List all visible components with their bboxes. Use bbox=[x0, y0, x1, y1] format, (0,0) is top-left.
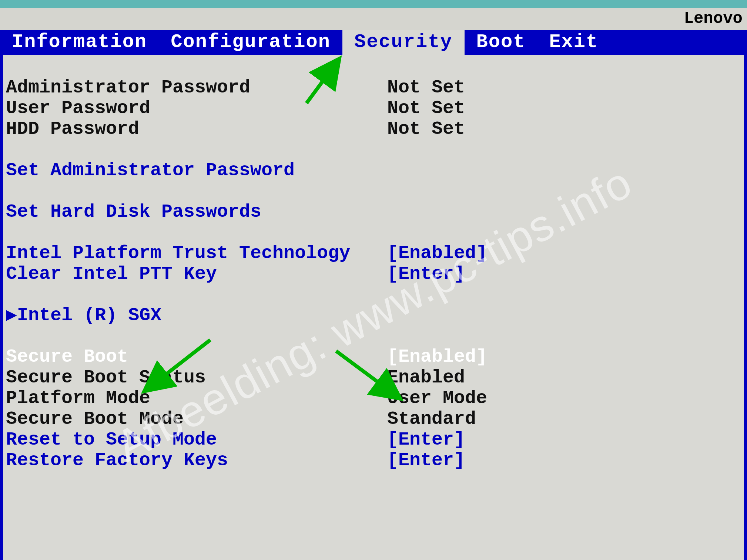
setting-label: Intel Platform Trust Technology bbox=[6, 243, 387, 264]
setting-value: Not Set bbox=[387, 98, 744, 119]
setting-label: Platform Mode bbox=[6, 388, 387, 409]
setting-row-hdd-password: HDD PasswordNot Set bbox=[3, 119, 744, 139]
tab-information[interactable]: Information bbox=[0, 30, 159, 55]
setting-label: HDD Password bbox=[6, 119, 387, 139]
setting-row-clear-intel-ptt-key[interactable]: Clear Intel PTT Key[Enter] bbox=[3, 264, 744, 284]
setting-row-intel-platform-trust-technology[interactable]: Intel Platform Trust Technology[Enabled] bbox=[3, 243, 744, 264]
bios-security-panel: Administrator PasswordNot Set User Passw… bbox=[0, 55, 747, 560]
setting-value[interactable]: [Enter] bbox=[387, 429, 744, 450]
setting-label: Set Hard Disk Passwords bbox=[6, 202, 387, 222]
setting-row-reset-to-setup-mode[interactable]: Reset to Setup Mode[Enter] bbox=[3, 429, 744, 450]
setting-label: Secure Boot Mode bbox=[6, 409, 387, 429]
setting-row-set-hard-disk-passwords[interactable]: Set Hard Disk Passwords bbox=[3, 202, 744, 222]
setting-value: User Mode bbox=[387, 388, 744, 409]
setting-value[interactable]: [Enabled] bbox=[387, 347, 744, 367]
setting-label: Clear Intel PTT Key bbox=[6, 264, 387, 284]
setting-label: Set Administrator Password bbox=[6, 160, 387, 181]
row-spacer bbox=[3, 222, 744, 243]
setting-value: Standard bbox=[387, 409, 744, 429]
setting-label: User Password bbox=[6, 98, 387, 119]
setting-row-platform-mode: Platform ModeUser Mode bbox=[3, 388, 744, 409]
setting-label: Restore Factory Keys bbox=[6, 450, 387, 471]
tab-security[interactable]: Security bbox=[342, 30, 465, 55]
setting-label: Administrator Password bbox=[6, 77, 387, 98]
setting-value[interactable]: [Enter] bbox=[387, 264, 744, 284]
tab-configuration[interactable]: Configuration bbox=[159, 30, 342, 55]
window-top-strip bbox=[0, 0, 747, 8]
row-spacer bbox=[3, 139, 744, 160]
row-spacer bbox=[3, 181, 744, 202]
setting-label: ▶Intel (R) SGX bbox=[6, 305, 387, 326]
setting-label: Reset to Setup Mode bbox=[6, 429, 387, 450]
brand-bar: Lenovo bbox=[0, 8, 747, 30]
setting-row-restore-factory-keys[interactable]: Restore Factory Keys[Enter] bbox=[3, 450, 744, 471]
bios-tab-bar: InformationConfigurationSecurityBootExit bbox=[0, 30, 747, 55]
setting-value: Enabled bbox=[387, 367, 744, 388]
setting-label: Secure Boot bbox=[6, 347, 387, 367]
setting-row-intel-r-sgx[interactable]: ▶Intel (R) SGX bbox=[3, 305, 744, 326]
brand-label: Lenovo bbox=[684, 9, 743, 28]
row-spacer bbox=[3, 326, 744, 347]
setting-row-secure-boot-mode: Secure Boot ModeStandard bbox=[3, 409, 744, 429]
setting-row-secure-boot[interactable]: Secure Boot[Enabled] bbox=[3, 347, 744, 367]
tab-boot[interactable]: Boot bbox=[465, 30, 537, 55]
setting-value[interactable]: [Enter] bbox=[387, 450, 744, 471]
setting-label: Secure Boot Status bbox=[6, 367, 387, 388]
setting-row-administrator-password: Administrator PasswordNot Set bbox=[3, 77, 744, 98]
setting-row-user-password: User PasswordNot Set bbox=[3, 98, 744, 119]
setting-value: Not Set bbox=[387, 77, 744, 98]
setting-row-set-administrator-password[interactable]: Set Administrator Password bbox=[3, 160, 744, 181]
setting-value[interactable]: [Enabled] bbox=[387, 243, 744, 264]
tab-exit[interactable]: Exit bbox=[537, 30, 610, 55]
setting-value: Not Set bbox=[387, 119, 744, 139]
row-spacer bbox=[3, 284, 744, 305]
setting-row-secure-boot-status: Secure Boot StatusEnabled bbox=[3, 367, 744, 388]
